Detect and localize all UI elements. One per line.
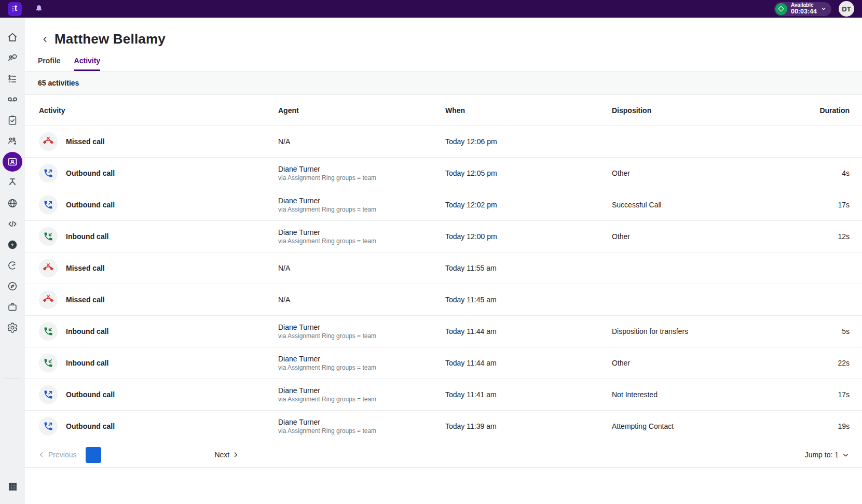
page-title: Matthew Bellamy	[54, 31, 166, 47]
logo-dots	[12, 6, 13, 11]
activity-time: Today 12:06 pm	[445, 137, 612, 146]
code-icon	[7, 218, 18, 230]
call-type-icon	[39, 195, 58, 214]
disposition-label: Other	[612, 232, 783, 241]
sidebar-item-home[interactable]	[2, 27, 23, 48]
agent-route-info: via Assignment Ring groups = team	[278, 174, 445, 181]
table-row[interactable]: Outbound call Diane Turner via Assignmen…	[25, 411, 862, 442]
page-button[interactable]	[156, 447, 172, 463]
notifications-bell-icon[interactable]	[34, 4, 44, 13]
sidebar-item-voicemail[interactable]	[2, 89, 23, 110]
app-logo[interactable]: t	[8, 2, 22, 16]
sidebar-item-boost[interactable]	[2, 234, 23, 255]
activity-type-label: Missed call	[66, 137, 105, 146]
activity-table-body: Missed call N/A Today 12:06 pm	[25, 126, 862, 442]
page-buttons	[86, 447, 207, 463]
agent-name: N/A	[278, 264, 445, 272]
sidebar-item-conversations[interactable]	[2, 48, 23, 68]
agent-status-selector[interactable]: Available 00:03:44	[774, 2, 831, 16]
apps-launcher[interactable]	[2, 476, 23, 497]
activity-time: Today 11:44 am	[445, 359, 612, 367]
activity-time: Today 11:39 am	[445, 422, 612, 430]
back-button[interactable]	[40, 35, 50, 44]
agent-route-info: via Assignment Ring groups = team	[278, 427, 445, 435]
activity-type-label: Inbound call	[66, 359, 108, 367]
agent-name: Diane Turner	[278, 355, 445, 363]
next-page-button[interactable]: Next	[214, 451, 239, 459]
disposition-label: Disposition for transfers	[612, 327, 783, 335]
logo-letter: t	[15, 4, 17, 12]
page-button[interactable]	[174, 447, 189, 463]
jump-to-page-selector[interactable]: Jump to: 1	[805, 451, 850, 459]
table-row[interactable]: Missed call N/A Today 11:55 am	[25, 253, 862, 284]
duration-value: 22s	[783, 359, 850, 367]
table-row[interactable]: Outbound call Diane Turner via Assignmen…	[25, 158, 862, 189]
sidebar-item-team[interactable]	[2, 131, 23, 151]
page-button[interactable]	[121, 447, 136, 463]
duration-value: 5s	[783, 327, 850, 335]
activity-type-label: Missed call	[66, 296, 105, 304]
tab-activity[interactable]: Activity	[74, 57, 101, 71]
call-type-icon	[39, 227, 58, 246]
table-row[interactable]: Missed call N/A Today 11:45 am	[25, 284, 862, 316]
activity-time: Today 11:41 am	[445, 390, 612, 399]
table-row[interactable]: Missed call N/A Today 12:06 pm	[25, 126, 862, 158]
tab-bar: Profile Activity	[25, 57, 862, 71]
page-button[interactable]	[139, 447, 154, 463]
duration-value: 17s	[783, 201, 850, 209]
chevron-left-icon	[40, 35, 50, 44]
page-button[interactable]	[103, 447, 119, 463]
gear-icon	[7, 322, 18, 333]
chevron-down-icon	[820, 5, 827, 12]
sidebar-item-activities[interactable]	[2, 68, 23, 89]
sidebar-item-contacts[interactable]	[2, 151, 23, 172]
disposition-label: Other	[612, 359, 783, 367]
table-row[interactable]: Inbound call Diane Turner via Assignment…	[25, 316, 862, 347]
main-content: Matthew Bellamy Profile Activity 65 acti…	[25, 18, 862, 504]
table-row[interactable]: Inbound call Diane Turner via Assignment…	[25, 221, 862, 253]
tab-profile[interactable]: Profile	[38, 57, 61, 71]
activity-time: Today 12:05 pm	[445, 169, 612, 177]
agent-route-info: via Assignment Ring groups = team	[278, 396, 445, 403]
chevron-right-icon	[232, 451, 239, 458]
col-duration: Duration	[783, 106, 850, 115]
previous-page-button[interactable]: Previous	[38, 451, 76, 459]
call-type-icon	[39, 259, 58, 277]
call-type-icon	[39, 417, 58, 436]
sidebar-item-settings[interactable]	[2, 317, 23, 338]
agent-name: Diane Turner	[278, 386, 445, 395]
disposition-label: Successful Call	[612, 201, 783, 209]
sidebar-item-tasks[interactable]	[2, 110, 23, 131]
agent-name: N/A	[278, 137, 445, 146]
agent-route-info: via Assignment Ring groups = team	[278, 206, 445, 213]
sidebar-item-explore[interactable]	[2, 276, 23, 297]
user-avatar[interactable]: DT	[839, 1, 854, 17]
col-activity: Activity	[38, 106, 278, 115]
sidebar-nav	[0, 18, 25, 504]
sidebar-item-routing[interactable]	[2, 172, 23, 193]
disposition-label: Other	[612, 169, 783, 177]
activity-type-label: Inbound call	[66, 232, 108, 241]
table-row[interactable]: Outbound call Diane Turner via Assignmen…	[25, 379, 862, 411]
voicemail-icon	[7, 94, 18, 105]
table-row[interactable]: Outbound call Diane Turner via Assignmen…	[25, 189, 862, 221]
top-bar: t Available 00:03:44 DT	[0, 0, 862, 18]
sidebar-item-workspace[interactable]	[2, 297, 23, 317]
team-star-icon	[7, 135, 18, 147]
agent-route-info: via Assignment Ring groups = team	[278, 237, 445, 245]
sidebar-item-language[interactable]	[2, 193, 23, 214]
page-button[interactable]	[191, 447, 207, 463]
col-disposition: Disposition	[612, 106, 783, 115]
agent-route-info: via Assignment Ring groups = team	[278, 364, 445, 371]
page-button[interactable]	[86, 447, 101, 463]
duration-value: 4s	[783, 169, 850, 177]
duration-value: 17s	[783, 390, 850, 399]
conversations-icon	[7, 52, 18, 64]
table-row[interactable]: Inbound call Diane Turner via Assignment…	[25, 347, 862, 379]
duration-value: 12s	[783, 232, 850, 241]
sidebar-item-code[interactable]	[2, 214, 23, 234]
call-type-icon	[39, 322, 58, 341]
flow-split-icon	[7, 177, 18, 188]
sidebar-item-dashboards[interactable]	[2, 255, 23, 276]
contact-card-icon	[7, 156, 18, 167]
